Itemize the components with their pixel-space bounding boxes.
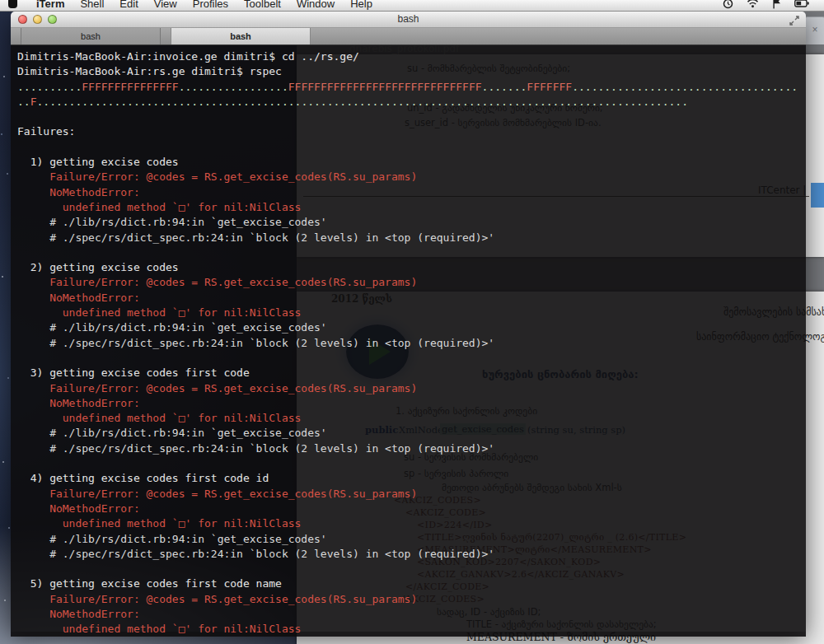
terminal-line: # ./spec/rs/dict_spec.rb:24:in `block (2… <box>17 231 806 245</box>
terminal-line: # ./lib/rs/dict.rb:94:in `get_excise_cod… <box>17 426 806 441</box>
terminal-line <box>17 140 806 155</box>
terminal-titlebar[interactable]: bash <box>11 12 806 28</box>
menu-item-help[interactable]: Help <box>350 0 372 10</box>
terminal-line: ..........FFFFFFFFFFFFFFF...............… <box>17 80 806 95</box>
terminal-line: Failure/Error: @codes = RS.get_excise_co… <box>17 487 806 502</box>
terminal-line: NoMethodError: <box>17 502 806 516</box>
terminal-line: 5) getting excise codes first code name <box>17 576 806 591</box>
terminal-line: Failure/Error: @codes = RS.get_excise_co… <box>17 170 806 184</box>
terminal-line: NoMethodError: <box>17 185 806 200</box>
terminal-line: 1) getting excise codes <box>17 155 806 170</box>
terminal-line: Failure/Error: @codes = RS.get_excise_co… <box>17 592 806 607</box>
terminal-line: Dimitris-MacBook-Air:invoice.ge dimitri$… <box>17 49 806 64</box>
menu-item-edit[interactable]: Edit <box>119 0 138 10</box>
terminal-line: # ./lib/rs/dict.rb:94:in `get_excise_cod… <box>17 320 806 335</box>
background-tab[interactable]: × <box>804 16 824 44</box>
close-tab-icon[interactable]: × <box>812 24 817 35</box>
terminal-line: ..F.....................................… <box>17 95 806 110</box>
terminal-line: 2) getting excise codes <box>17 260 806 275</box>
menu-item-shell[interactable]: Shell <box>80 0 104 10</box>
tab-bash-1[interactable]: bash <box>21 28 161 44</box>
screen: × dnarebis_protokoli.pdfsu - მომხმარებლი… <box>0 0 824 644</box>
terminal-line <box>17 110 806 124</box>
terminal-line: undefined method `□' for nil:NilClass <box>17 516 806 531</box>
menu-item-iterm[interactable]: iTerm <box>36 0 64 10</box>
menu-bar: iTermShellEditViewProfilesToolbeltWindow… <box>0 0 824 12</box>
terminal-line: undefined method `□' for nil:NilClass <box>17 411 806 426</box>
tab-bash-2[interactable]: bash <box>171 28 311 44</box>
terminal-line: Failures: <box>17 124 806 139</box>
terminal-line: # ./spec/rs/dict_spec.rb:24:in `block (2… <box>17 547 806 562</box>
terminal-line: # ./spec/rs/dict_spec.rb:24:in `block (2… <box>17 441 806 456</box>
blue-marker[interactable] <box>811 183 824 208</box>
terminal-line: undefined method `□' for nil:NilClass <box>17 306 806 320</box>
flag-icon[interactable] <box>772 0 781 9</box>
apple-menu-icon[interactable] <box>8 0 17 8</box>
fullscreen-expand-icon[interactable] <box>789 14 799 29</box>
terminal-line: 3) getting excise codes first code <box>17 366 806 380</box>
terminal-line: undefined method `□' for nil:NilClass <box>17 622 806 637</box>
terminal-line: # ./spec/rs/dict_spec.rb:24:in `block (2… <box>17 336 806 351</box>
menu-item-window[interactable]: Window <box>297 0 335 10</box>
terminal-line: NoMethodError: <box>17 396 806 411</box>
terminal-output[interactable]: Dimitris-MacBook-Air:invoice.ge dimitri$… <box>11 45 806 637</box>
terminal-line: undefined method `□' for nil:NilClass <box>17 200 806 215</box>
menu-item-profiles[interactable]: Profiles <box>193 0 228 10</box>
battery-icon[interactable] <box>794 0 809 7</box>
terminal-line <box>17 456 806 471</box>
terminal-line: # ./lib/rs/dict.rb:94:in `get_excise_cod… <box>17 215 806 230</box>
terminal-line: 4) getting excise codes first code id <box>17 471 806 486</box>
terminal-window: bash bash bash Dimitris-MacBook-Air:invo… <box>11 12 806 632</box>
terminal-line <box>17 351 806 366</box>
menu-item-view[interactable]: View <box>154 0 177 10</box>
clock-icon[interactable] <box>723 0 733 9</box>
terminal-tabbar: bash bash <box>11 28 806 45</box>
terminal-line <box>17 562 806 576</box>
menu-item-toolbelt[interactable]: Toolbelt <box>244 0 281 10</box>
terminal-line: NoMethodError: <box>17 607 806 622</box>
terminal-line <box>17 245 806 260</box>
terminal-line: NoMethodError: <box>17 291 806 306</box>
terminal-line: Failure/Error: @codes = RS.get_excise_co… <box>17 381 806 396</box>
terminal-line: Failure/Error: @codes = RS.get_excise_co… <box>17 275 806 290</box>
terminal-line: # ./lib/rs/dict.rb:94:in `get_excise_cod… <box>17 532 806 547</box>
terminal-line: Dimitris-MacBook-Air:rs.ge dimitri$ rspe… <box>17 64 806 79</box>
wifi-icon[interactable] <box>747 0 759 8</box>
window-title: bash <box>11 13 806 25</box>
